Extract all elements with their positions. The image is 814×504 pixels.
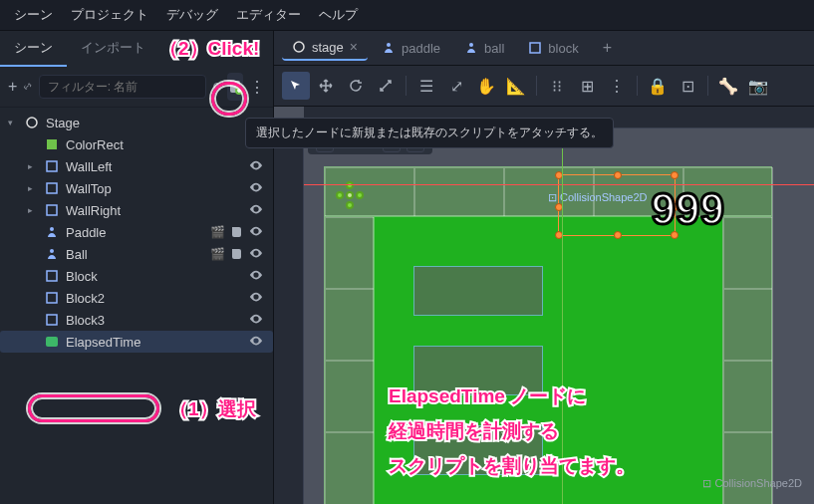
staticbody-icon	[44, 180, 60, 196]
list-tool[interactable]: ☰	[412, 72, 440, 100]
characterbody-icon	[464, 41, 478, 55]
editor-toolbar: ☰ ⤢ ✋ 📐 ⁝⁝ ⊞ ⋮ 🔒 ⊡ 🦴 📷	[274, 66, 814, 107]
bone-icon[interactable]: 🦴	[714, 72, 742, 100]
doc-tab-ball[interactable]: ball	[454, 37, 514, 60]
chevron-right-icon[interactable]: ▸	[28, 183, 38, 193]
visibility-icon[interactable]	[249, 312, 265, 328]
menu-scene[interactable]: シーン	[14, 6, 53, 24]
visibility-icon[interactable]	[249, 334, 265, 350]
visibility-icon[interactable]	[249, 158, 265, 174]
add-node-button[interactable]: +	[8, 76, 17, 98]
tree-row-elapsedtime[interactable]: ElapsedTime	[0, 331, 273, 353]
node-name: Block2	[66, 291, 243, 306]
svg-rect-9	[47, 271, 57, 281]
tree-row-wallleft[interactable]: ▸ WallLeft	[0, 155, 273, 177]
annotation-ring-node	[28, 394, 159, 422]
chevron-right-icon[interactable]: ▸	[28, 161, 38, 171]
tree-row-block2[interactable]: Block2	[0, 287, 273, 309]
tree-row-block[interactable]: Block	[0, 265, 273, 287]
doc-tab-stage[interactable]: stage ×	[282, 35, 368, 61]
menu-editor[interactable]: エディター	[236, 6, 301, 24]
svg-rect-6	[47, 205, 57, 215]
clapper-icon[interactable]: 🎬	[209, 224, 225, 240]
characterbody-icon	[44, 224, 60, 240]
close-icon[interactable]: ×	[350, 39, 358, 55]
ruler-vertical	[274, 128, 304, 504]
characterbody-icon	[382, 41, 396, 55]
staticbody-icon	[44, 268, 60, 284]
script-icon[interactable]	[229, 246, 245, 262]
svg-rect-4	[47, 161, 57, 171]
staticbody-icon	[528, 41, 542, 55]
scale-tool[interactable]	[372, 72, 400, 100]
tooltip: 選択したノードに新規または既存のスクリプトをアタッチする。	[245, 118, 614, 148]
dock-tabs: シーン インポート	[0, 31, 273, 67]
lock-tool[interactable]: ⤢	[442, 72, 470, 100]
chevron-right-icon[interactable]: ▸	[28, 205, 38, 215]
grid-tool[interactable]: ⊞	[573, 72, 601, 100]
select-tool[interactable]	[282, 72, 310, 100]
chevron-down-icon[interactable]: ▾	[8, 118, 18, 127]
clapper-icon[interactable]: 🎬	[209, 246, 225, 262]
tree-row-walltop[interactable]: ▸ WallTop	[0, 177, 273, 199]
node-name: WallLeft	[66, 159, 243, 174]
node-name: ElapsedTime	[66, 335, 243, 350]
tree-row-wallright[interactable]: ▸ WallRight	[0, 199, 273, 221]
staticbody-icon	[44, 202, 60, 218]
group-icon[interactable]: ⊡	[674, 72, 701, 100]
menu-bar: シーン プロジェクト デバッグ エディター ヘルプ	[0, 0, 814, 31]
link-icon[interactable]	[23, 76, 32, 98]
origin-gizmo[interactable]	[336, 181, 364, 209]
visibility-icon[interactable]	[249, 268, 265, 284]
node-name: ColorRect	[66, 137, 243, 152]
visibility-icon[interactable]	[249, 246, 265, 262]
menu-help[interactable]: ヘルプ	[319, 6, 358, 24]
move-tool[interactable]	[312, 72, 340, 100]
svg-rect-15	[530, 43, 540, 53]
script-icon[interactable]	[229, 224, 245, 240]
visibility-icon[interactable]	[249, 224, 265, 240]
menu-project[interactable]: プロジェクト	[71, 6, 148, 24]
block	[413, 266, 543, 316]
camera-icon[interactable]: 📷	[744, 72, 772, 100]
timer-display: 999	[652, 184, 724, 234]
svg-rect-11	[47, 315, 57, 325]
tab-scene[interactable]: シーン	[0, 31, 67, 67]
tree-row-paddle[interactable]: Paddle 🎬	[0, 221, 273, 243]
visibility-icon[interactable]	[249, 202, 265, 218]
add-tab-button[interactable]: +	[593, 35, 622, 61]
tab-import[interactable]: インポート	[67, 31, 159, 67]
svg-point-14	[469, 43, 473, 47]
block	[413, 346, 543, 395]
tree-row-block3[interactable]: Block3	[0, 309, 273, 331]
staticbody-icon	[44, 158, 60, 174]
doc-tab-paddle[interactable]: paddle	[372, 37, 450, 60]
viewport-info-label: ⊡ CollisionShape2D	[702, 477, 802, 490]
annotation-ring-script	[211, 82, 247, 116]
filter-input[interactable]	[39, 75, 206, 99]
node-name: Paddle	[66, 225, 203, 240]
wall-left	[324, 216, 374, 504]
ruler-tool[interactable]: 📐	[502, 72, 530, 100]
hand-tool[interactable]: ✋	[472, 72, 500, 100]
staticbody-icon	[44, 290, 60, 306]
node-icon	[24, 115, 40, 130]
node-name: Block3	[66, 313, 243, 328]
visibility-icon[interactable]	[249, 290, 265, 306]
more-icon[interactable]: ⋮	[249, 76, 265, 98]
tree-row-colorrect[interactable]: ColorRect	[0, 133, 273, 155]
node-icon	[292, 40, 306, 54]
doc-tab-block[interactable]: block	[518, 37, 588, 60]
lock-icon[interactable]: 🔒	[644, 72, 672, 100]
guide-line-h	[304, 184, 814, 185]
svg-point-13	[387, 43, 391, 47]
wall-right	[722, 216, 772, 504]
tree-row-ball[interactable]: Ball 🎬	[0, 243, 273, 265]
snap-tool[interactable]: ⁝⁝	[543, 72, 571, 100]
rotate-tool[interactable]	[342, 72, 370, 100]
scene-tree: ▾ Stage ColorRect ▸ WallLeft ▸ WallTop	[0, 108, 273, 504]
viewport[interactable]: − 59.5 % + ⟲	[274, 107, 814, 504]
menu-debug[interactable]: デバッグ	[166, 6, 218, 24]
more-tools[interactable]: ⋮	[603, 72, 631, 100]
visibility-icon[interactable]	[249, 180, 265, 196]
